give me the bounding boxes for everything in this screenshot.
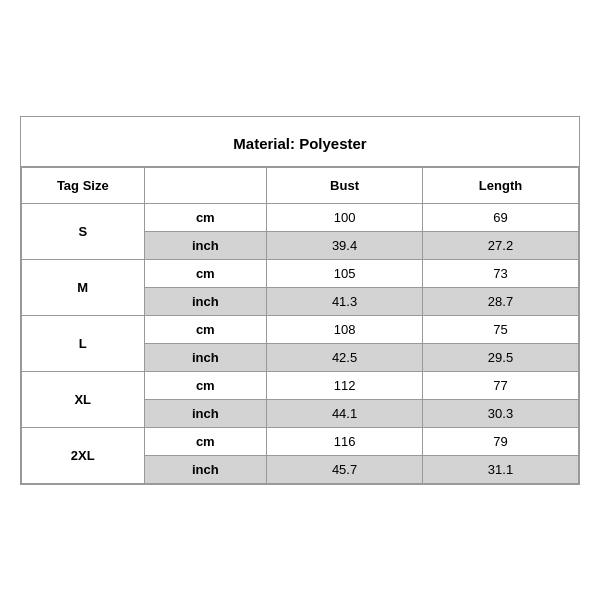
unit-cell: inch <box>144 231 267 259</box>
tag-size-cell: XL <box>22 371 145 427</box>
bust-value: 44.1 <box>267 399 423 427</box>
length-value: 28.7 <box>423 287 579 315</box>
unit-cell: cm <box>144 203 267 231</box>
bust-value: 108 <box>267 315 423 343</box>
length-value: 79 <box>423 427 579 455</box>
header-length: Length <box>423 167 579 203</box>
table-row: 2XLcm11679 <box>22 427 579 455</box>
bust-value: 112 <box>267 371 423 399</box>
table-row: XLcm11277 <box>22 371 579 399</box>
bust-value: 42.5 <box>267 343 423 371</box>
length-value: 69 <box>423 203 579 231</box>
length-value: 27.2 <box>423 231 579 259</box>
size-table: Tag Size Bust Length Scm10069inch39.427.… <box>21 167 579 484</box>
unit-cell: cm <box>144 315 267 343</box>
length-value: 75 <box>423 315 579 343</box>
bust-value: 116 <box>267 427 423 455</box>
table-row: Lcm10875 <box>22 315 579 343</box>
unit-cell: inch <box>144 399 267 427</box>
unit-cell: inch <box>144 287 267 315</box>
length-value: 77 <box>423 371 579 399</box>
bust-value: 39.4 <box>267 231 423 259</box>
unit-cell: cm <box>144 259 267 287</box>
length-value: 73 <box>423 259 579 287</box>
bust-value: 45.7 <box>267 455 423 483</box>
length-value: 29.5 <box>423 343 579 371</box>
size-chart-container: Material: Polyester Tag Size Bust Length… <box>20 116 580 485</box>
header-bust: Bust <box>267 167 423 203</box>
tag-size-cell: L <box>22 315 145 371</box>
tag-size-cell: M <box>22 259 145 315</box>
table-row: Scm10069 <box>22 203 579 231</box>
length-value: 30.3 <box>423 399 579 427</box>
tag-size-cell: S <box>22 203 145 259</box>
bust-value: 100 <box>267 203 423 231</box>
tag-size-cell: 2XL <box>22 427 145 483</box>
bust-value: 105 <box>267 259 423 287</box>
chart-title: Material: Polyester <box>21 117 579 167</box>
table-row: Mcm10573 <box>22 259 579 287</box>
unit-cell: cm <box>144 427 267 455</box>
length-value: 31.1 <box>423 455 579 483</box>
header-unit-col <box>144 167 267 203</box>
header-tag-size: Tag Size <box>22 167 145 203</box>
unit-cell: cm <box>144 371 267 399</box>
unit-cell: inch <box>144 343 267 371</box>
unit-cell: inch <box>144 455 267 483</box>
bust-value: 41.3 <box>267 287 423 315</box>
